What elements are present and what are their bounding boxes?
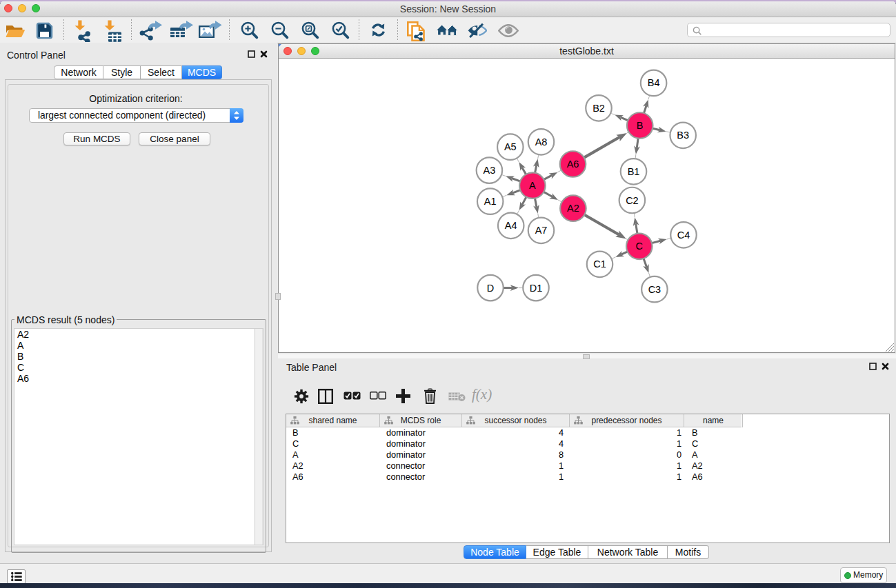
svg-text:B: B — [637, 120, 644, 131]
svg-text:A: A — [529, 180, 536, 191]
svg-text:B2: B2 — [593, 103, 605, 114]
svg-text:D: D — [487, 283, 494, 294]
svg-text:A7: A7 — [535, 225, 548, 236]
svg-text:B1: B1 — [628, 166, 640, 177]
svg-text:B3: B3 — [677, 130, 689, 141]
svg-text:A6: A6 — [567, 159, 579, 170]
svg-text:B4: B4 — [648, 77, 660, 88]
svg-text:D1: D1 — [530, 283, 543, 294]
svg-text:A2: A2 — [567, 203, 579, 214]
svg-text:A8: A8 — [535, 136, 548, 148]
svg-text:A1: A1 — [484, 196, 497, 207]
svg-text:C4: C4 — [677, 230, 690, 241]
svg-text:A5: A5 — [504, 141, 517, 152]
svg-text:A3: A3 — [484, 165, 496, 176]
svg-text:C: C — [636, 241, 643, 252]
svg-text:C1: C1 — [593, 258, 606, 270]
svg-text:A4: A4 — [505, 220, 517, 231]
svg-text:C2: C2 — [626, 195, 639, 206]
svg-text:C3: C3 — [648, 284, 661, 295]
